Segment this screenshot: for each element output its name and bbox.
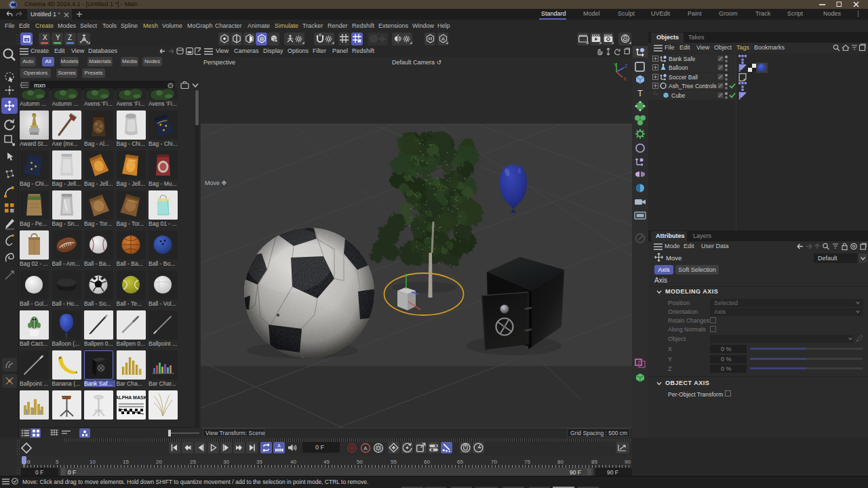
svg-text:ALPHA MASK: ALPHA MASK	[117, 395, 146, 400]
svg-text:Y: Y	[614, 62, 617, 67]
svg-text:X: X	[623, 77, 627, 81]
svg-text:Z: Z	[625, 64, 628, 68]
svg-text:T: T	[637, 88, 643, 98]
svg-text:A: A	[277, 443, 281, 448]
svg-text:A: A	[441, 36, 446, 42]
svg-text:A: A	[363, 445, 368, 451]
